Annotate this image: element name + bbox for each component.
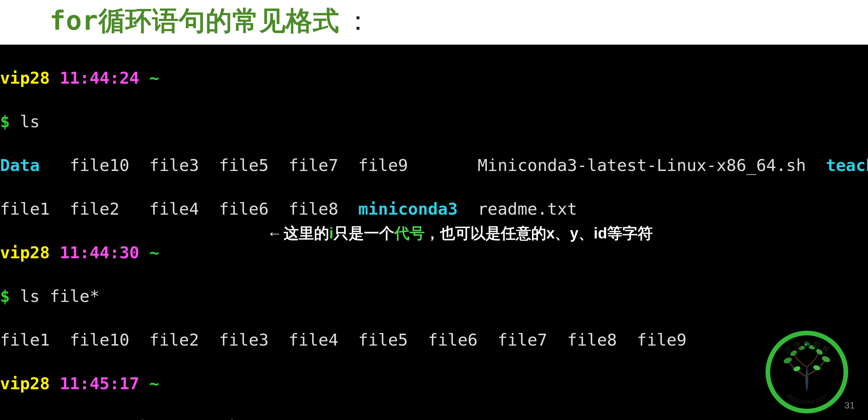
prompt-line: vip28 11:44:30 ~ [0,242,868,264]
cmd-line: $ for i in `ls file*` [0,416,868,420]
ls-output-row: file1 file10 file2 file3 file4 file5 fil… [0,329,868,351]
title-rest: 循环语句的常见格式 [98,6,339,35]
prompt-line: vip28 11:45:17 ~ [0,373,868,394]
biotrainee-logo-icon: 生 信 技 能 树 Biotrainee.com [766,331,848,413]
slide-root: for循环语句的常见格式： vip28 11:44:24 ~ $ ls Data… [0,0,868,420]
annotation-callout: ←这里的i只是一个代号，也可以是任意的x、y、id等字符 [267,223,653,244]
ls-output-row: file1 file2 file4 file6 file8 miniconda3… [0,198,868,220]
page-number: 31 [844,400,855,411]
cmd-line: $ ls file* [0,286,868,307]
slide-title: for循环语句的常见格式： [50,3,372,39]
prompt-line: vip28 11:44:24 ~ [0,67,868,89]
arrow-left-icon: ← [267,224,282,242]
svg-point-9 [812,364,821,371]
svg-text:Biotrainee.com: Biotrainee.com [786,392,828,406]
title-prefix: for [50,5,98,36]
svg-text:生 信 技 能 树: 生 信 技 能 树 [782,339,831,355]
svg-point-8 [793,365,801,372]
cmd-line: $ ls [0,111,868,132]
svg-point-2 [821,355,831,363]
ls-output-row: Data file10 file3 file5 file7 file9 Mini… [0,154,868,176]
title-colon: ： [345,6,372,35]
svg-point-1 [783,356,793,364]
